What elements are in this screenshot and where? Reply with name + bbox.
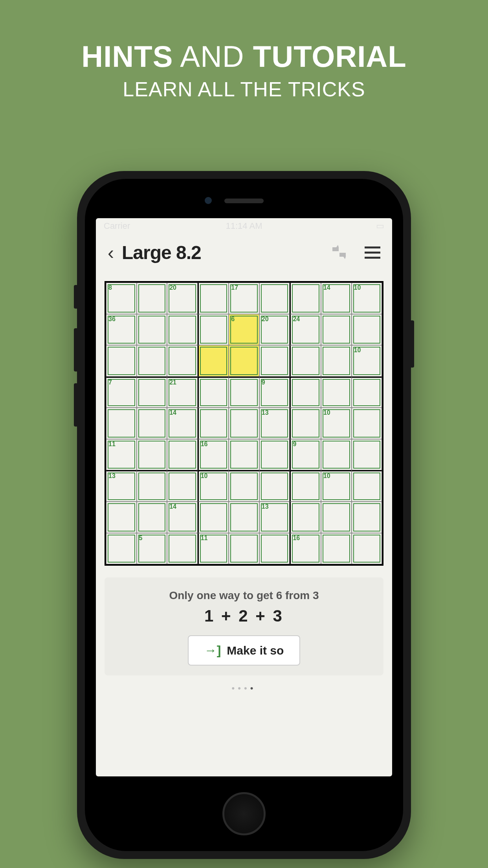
cell-5-5[interactable] — [259, 439, 290, 471]
cell-5-8[interactable] — [352, 439, 382, 471]
cell-2-4[interactable] — [229, 345, 259, 377]
cell-4-0[interactable] — [106, 408, 137, 439]
cell-3-7[interactable] — [321, 377, 352, 408]
cell-0-1[interactable] — [137, 283, 167, 314]
cell-8-3[interactable]: 11 — [198, 533, 229, 565]
cell-2-1[interactable] — [137, 345, 167, 377]
cell-6-1[interactable] — [137, 470, 167, 502]
cell-7-1[interactable] — [137, 502, 167, 533]
cell-7-3[interactable] — [198, 502, 229, 533]
cage-label: 10 — [323, 473, 330, 480]
cell-8-7[interactable] — [321, 533, 352, 565]
cell-7-0[interactable] — [106, 502, 137, 533]
cell-3-6[interactable] — [290, 377, 321, 408]
cell-0-2[interactable]: 20 — [167, 283, 198, 314]
cell-2-2[interactable] — [167, 345, 198, 377]
cell-0-5[interactable] — [259, 283, 290, 314]
promo-title-hints: HINTS — [81, 40, 173, 73]
cage-label: 9 — [262, 379, 265, 386]
cage-label: 16 — [293, 535, 300, 542]
cell-3-2[interactable]: 21 — [167, 377, 198, 408]
cell-1-4[interactable]: 6 — [229, 314, 259, 346]
cell-0-3[interactable] — [198, 283, 229, 314]
cell-5-3[interactable]: 16 — [198, 439, 229, 471]
cage-label: 10 — [323, 409, 330, 416]
cell-5-1[interactable] — [137, 439, 167, 471]
cell-2-7[interactable] — [321, 345, 352, 377]
cell-8-5[interactable] — [259, 533, 290, 565]
cell-0-0[interactable]: 8 — [106, 283, 137, 314]
cell-2-3[interactable] — [198, 345, 229, 377]
cell-3-8[interactable] — [352, 377, 382, 408]
cell-4-8[interactable] — [352, 408, 382, 439]
cell-0-6[interactable] — [290, 283, 321, 314]
cell-5-6[interactable]: 9 — [290, 439, 321, 471]
make-it-so-button[interactable]: →] Make it so — [188, 635, 301, 666]
cell-3-5[interactable]: 9 — [259, 377, 290, 408]
menu-button[interactable] — [365, 246, 380, 259]
cell-4-4[interactable] — [229, 408, 259, 439]
cell-3-3[interactable] — [198, 377, 229, 408]
cell-6-6[interactable] — [290, 470, 321, 502]
cell-0-7[interactable]: 14 — [321, 283, 352, 314]
back-button[interactable]: ‹ — [108, 242, 114, 263]
cell-2-0[interactable] — [106, 345, 137, 377]
cell-6-0[interactable]: 13 — [106, 470, 137, 502]
cell-0-8[interactable]: 10 — [352, 283, 382, 314]
feedback-icon[interactable] — [329, 244, 349, 261]
cell-1-6[interactable]: 24 — [290, 314, 321, 346]
status-time: 11:14 AM — [226, 221, 262, 231]
cell-5-2[interactable] — [167, 439, 198, 471]
cell-6-2[interactable] — [167, 470, 198, 502]
cage-label: 10 — [354, 347, 361, 354]
cell-3-1[interactable] — [137, 377, 167, 408]
sudoku-grid[interactable]: 8201714103662024107219141310111691310101… — [105, 281, 383, 566]
cell-6-7[interactable]: 10 — [321, 470, 352, 502]
cell-2-6[interactable] — [290, 345, 321, 377]
cell-8-1[interactable]: 5 — [137, 533, 167, 565]
cell-6-3[interactable]: 10 — [198, 470, 229, 502]
cell-0-4[interactable]: 17 — [229, 283, 259, 314]
cell-5-0[interactable]: 11 — [106, 439, 137, 471]
cage-label: 17 — [231, 284, 238, 291]
cell-2-8[interactable]: 10 — [352, 345, 382, 377]
cell-8-0[interactable] — [106, 533, 137, 565]
cell-6-4[interactable] — [229, 470, 259, 502]
cell-6-8[interactable] — [352, 470, 382, 502]
cell-8-2[interactable] — [167, 533, 198, 565]
cell-5-7[interactable] — [321, 439, 352, 471]
cell-7-2[interactable]: 14 — [167, 502, 198, 533]
cell-6-5[interactable] — [259, 470, 290, 502]
cell-1-7[interactable] — [321, 314, 352, 346]
cell-1-3[interactable] — [198, 314, 229, 346]
cage-label: 5 — [139, 535, 143, 542]
cage-label: 13 — [262, 409, 269, 416]
cell-4-3[interactable] — [198, 408, 229, 439]
cage-label: 13 — [262, 503, 269, 510]
cell-7-8[interactable] — [352, 502, 382, 533]
cell-4-2[interactable]: 14 — [167, 408, 198, 439]
cell-2-5[interactable] — [259, 345, 290, 377]
cell-5-4[interactable] — [229, 439, 259, 471]
cell-7-5[interactable]: 13 — [259, 502, 290, 533]
cell-1-1[interactable] — [137, 314, 167, 346]
cell-4-1[interactable] — [137, 408, 167, 439]
cell-3-0[interactable]: 7 — [106, 377, 137, 408]
cell-1-0[interactable]: 36 — [106, 314, 137, 346]
cell-8-8[interactable] — [352, 533, 382, 565]
cell-4-5[interactable]: 13 — [259, 408, 290, 439]
cell-7-6[interactable] — [290, 502, 321, 533]
cell-4-6[interactable] — [290, 408, 321, 439]
cell-1-2[interactable] — [167, 314, 198, 346]
home-button[interactable] — [222, 792, 266, 835]
cell-7-4[interactable] — [229, 502, 259, 533]
cell-3-4[interactable] — [229, 377, 259, 408]
cell-1-8[interactable] — [352, 314, 382, 346]
cell-7-7[interactable] — [321, 502, 352, 533]
cage-label: 21 — [169, 379, 176, 386]
cell-8-6[interactable]: 16 — [290, 533, 321, 565]
cell-4-7[interactable]: 10 — [321, 408, 352, 439]
cell-8-4[interactable] — [229, 533, 259, 565]
cell-1-5[interactable]: 20 — [259, 314, 290, 346]
pagination-dots[interactable]: •••• — [96, 683, 392, 693]
